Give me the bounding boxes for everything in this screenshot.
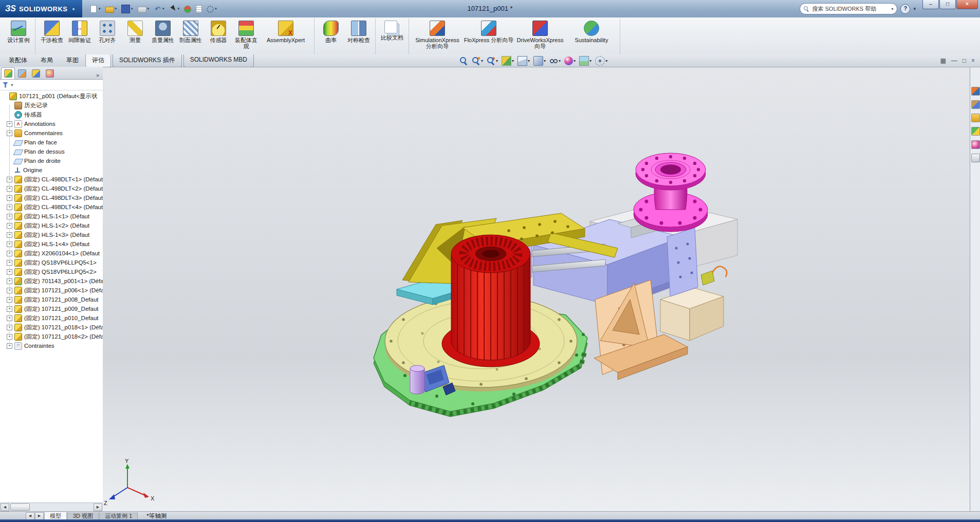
viewport-background[interactable]	[103, 67, 970, 512]
tree-item[interactable]: Plan de dessus	[0, 147, 103, 156]
design-library-icon[interactable]	[971, 100, 980, 109]
solidworks-resources-icon[interactable]	[971, 87, 980, 96]
expander-icon[interactable]: +	[7, 334, 12, 340]
expander-icon[interactable]: +	[7, 306, 12, 312]
expander-icon[interactable]: +	[7, 214, 12, 219]
next-tab-icon[interactable]: ▶	[35, 512, 44, 520]
tree-item[interactable]: +(固定) CL-498DLT<2> (Défaut	[0, 184, 103, 193]
search-dropdown-icon[interactable]: ▾	[891, 7, 893, 11]
close-button[interactable]: ×	[956, 0, 978, 9]
graphics-area[interactable]: Y X Z	[103, 67, 970, 512]
tree-item[interactable]: +(固定) CL-498DLT<1> (Défaut	[0, 175, 103, 184]
options-button[interactable]: ▾	[206, 4, 218, 14]
expander-icon[interactable]: +	[7, 130, 12, 136]
tree-item[interactable]: +(固定) CL-498DLT<3> (Défaut	[0, 193, 103, 202]
expander-icon[interactable]: +	[7, 223, 12, 229]
property-manager-tab[interactable]	[15, 67, 29, 79]
expander-icon[interactable]: +	[7, 278, 12, 284]
expander-icon[interactable]: +	[7, 177, 12, 182]
feature-manager-tab[interactable]	[1, 67, 15, 79]
close-doc-icon[interactable]: ×	[971, 57, 975, 65]
tree-item[interactable]: +Annotations	[0, 119, 103, 128]
tree-item[interactable]: 历史记录	[0, 101, 103, 110]
zoom-fit-button[interactable]	[458, 56, 469, 66]
ribbon-assembly-xpert-button[interactable]: AssemblyXpert	[260, 20, 311, 44]
file-explorer-icon[interactable]	[971, 114, 980, 122]
tree-item[interactable]: +(固定) HLS-1<1> (Défaut	[0, 212, 103, 221]
ribbon-compare-documents-button[interactable]: 比较文档	[378, 20, 406, 42]
dropdown-caret-icon[interactable]: ▾	[574, 59, 576, 63]
tree-item[interactable]: +(固定) QS18VP6LLPQ5<1>	[0, 258, 103, 267]
view-orientation-button[interactable]: ▾	[516, 55, 531, 66]
tree-item[interactable]: +(固定) HLS-1<3> (Défaut	[0, 230, 103, 239]
tree-item[interactable]: +(固定) 107121_p008_Defaut	[0, 295, 103, 304]
ribbon-floxpress-wizard-button[interactable]: FloXpress 分析向导	[463, 20, 514, 44]
dropdown-caret-icon[interactable]: ▾	[605, 59, 607, 63]
panel-overflow-chevron[interactable]: »	[96, 72, 102, 79]
doc-tab-3D 视图[interactable]: 3D 视图	[67, 512, 99, 520]
expander-icon[interactable]: +	[7, 288, 12, 293]
tree-item[interactable]: +Commentaires	[0, 128, 103, 138]
ribbon-symmetry-check-button[interactable]: 对称检查	[345, 20, 373, 44]
filter-dropdown-icon[interactable]: ▼	[10, 83, 14, 87]
dropdown-caret-icon[interactable]: ▾	[512, 59, 514, 63]
configuration-manager-tab[interactable]	[29, 67, 43, 79]
save-button[interactable]: ▾	[120, 4, 134, 14]
expander-icon[interactable]: +	[7, 251, 12, 256]
previous-tab-icon[interactable]: ◀	[26, 512, 34, 520]
new-document-button[interactable]: ▾	[88, 4, 102, 14]
expander-icon[interactable]: +	[7, 269, 12, 275]
tab-草图[interactable]: 草图	[60, 54, 85, 67]
stator-red[interactable]	[442, 235, 540, 367]
help-icon[interactable]: ?	[900, 4, 910, 14]
tree-item[interactable]: +(固定) HLS-1<2> (Défaut	[0, 221, 103, 230]
tree-item[interactable]: +(固定) 107121_p009_Defaut	[0, 304, 103, 313]
tree-item[interactable]: +(固定) 107121_p006<1> (Défaut	[0, 286, 103, 295]
tile-windows-icon[interactable]: ▦	[940, 57, 946, 65]
cylinder-purple-small[interactable]	[410, 365, 424, 394]
ribbon-mass-properties-button[interactable]: 质量属性	[149, 20, 177, 44]
tree-item[interactable]: +(固定) 107121_p018<1> (Défaut	[0, 323, 103, 332]
menu-expand-icon[interactable]: ▸	[73, 6, 76, 11]
ribbon-assembly-visualization-button[interactable]: 装配体直观	[232, 20, 260, 50]
tab-SOLIDWORKS MBD[interactable]: SOLIDWORKS MBD	[183, 54, 254, 67]
scroll-thumb[interactable]	[10, 504, 30, 511]
tree-item[interactable]: +(固定) CL-498DLT<4> (Défaut	[0, 202, 103, 212]
appearances-icon[interactable]	[971, 140, 980, 149]
tab-SOLIDWORKS 插件[interactable]: SOLIDWORKS 插件	[113, 54, 182, 67]
dropdown-caret-icon[interactable]: ▾	[528, 59, 530, 63]
previous-view-button[interactable]: ▾	[486, 56, 499, 66]
expander-icon[interactable]: +	[7, 343, 12, 349]
undo-button[interactable]: ▾	[153, 4, 165, 14]
solidworks-logo[interactable]: ЗS SOLIDWORKS ▸	[0, 0, 82, 17]
tree-item[interactable]: +Contraintes	[0, 341, 103, 350]
maximize-button[interactable]: □	[939, 0, 956, 9]
expander-icon[interactable]: +	[7, 232, 12, 238]
tree-item[interactable]: +(固定) 107121_p018<2> (Défaut	[0, 332, 103, 341]
titlebar-expand-icon[interactable]: ▾	[913, 6, 916, 11]
dropdown-caret-icon[interactable]: ▾	[481, 59, 483, 63]
tree-item[interactable]: 传感器	[0, 110, 103, 119]
expander-icon[interactable]: +	[7, 204, 12, 210]
rebuild-button[interactable]	[183, 4, 192, 14]
tree-item[interactable]: Origine	[0, 165, 103, 175]
ribbon-clearance-verify-button[interactable]: 间隙验证	[66, 20, 94, 44]
edit-appearance-button[interactable]: ▾	[563, 56, 577, 66]
ribbon-hole-alignment-button[interactable]: 孔对齐	[94, 20, 121, 44]
expander-icon[interactable]: +	[7, 121, 12, 127]
expander-icon[interactable]: +	[7, 260, 12, 266]
dropdown-caret-icon[interactable]: ▾	[589, 59, 591, 63]
tree-item[interactable]: +(固定) HLS-1<4> (Défaut	[0, 239, 103, 249]
ribbon-section-properties-button[interactable]: 剖面属性	[177, 20, 205, 44]
apply-scene-button[interactable]: ▾	[578, 55, 593, 66]
scroll-right-icon[interactable]: ▶	[94, 504, 102, 511]
expander-icon[interactable]: +	[7, 315, 12, 321]
view-settings-button[interactable]: ▾	[594, 55, 608, 66]
print-button[interactable]: ▾	[137, 4, 151, 14]
ribbon-sensor-button[interactable]: 传感器	[205, 20, 232, 44]
dropdown-caret-icon[interactable]: ▾	[544, 59, 546, 63]
expander-icon[interactable]: +	[7, 297, 12, 303]
file-properties-button[interactable]	[195, 4, 203, 14]
panel-horizontal-scrollbar[interactable]: ◀ ▶	[0, 502, 103, 511]
hide-show-items-button[interactable]: ▾	[548, 56, 562, 66]
